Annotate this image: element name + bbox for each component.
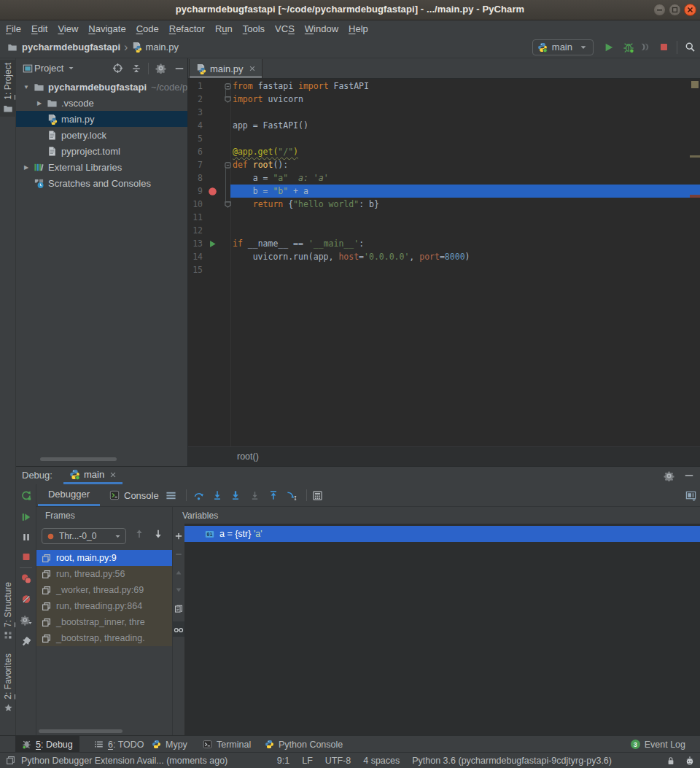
fold-marker[interactable] <box>223 93 232 106</box>
code-line-14[interactable]: 14 uvicorn.run(app, host='0.0.0.0', port… <box>188 250 700 263</box>
resume-icon[interactable] <box>21 512 31 522</box>
close-tab-icon[interactable] <box>249 65 256 72</box>
next-frame-icon[interactable] <box>153 529 163 539</box>
chevron-down-icon[interactable] <box>68 65 74 71</box>
code-line-13[interactable]: 13if __name__ == '__main__': <box>188 237 700 250</box>
tree-item-pycharmdebugfastapi[interactable]: ▼ pycharmdebugfastapi~/code/pycharmdebug… <box>16 79 187 95</box>
code-line-2[interactable]: 2import uvicorn <box>188 93 700 106</box>
menu-navigate[interactable]: Navigate <box>83 23 131 34</box>
menu-help[interactable]: Help <box>343 23 373 34</box>
thread-selector[interactable]: Thr...-0_0 <box>42 528 126 544</box>
remove-watch-icon[interactable] <box>174 550 183 559</box>
tree-item-scratches-and-consoles[interactable]: Scratches and Consoles <box>16 175 187 191</box>
code-line-15[interactable]: 15 <box>188 263 700 276</box>
menu-window[interactable]: Window <box>300 23 343 34</box>
sidebar-tab-favorites[interactable]: 2: Favorites <box>0 651 16 715</box>
tree-item-poetry-lock[interactable]: poetry.lock <box>16 127 187 143</box>
stack-frame-row[interactable]: run, thread.py:56 <box>36 566 172 582</box>
stack-frame-row[interactable]: run, threading.py:864 <box>36 598 172 614</box>
stop-button[interactable] <box>659 42 669 52</box>
fold-marker[interactable] <box>223 198 232 211</box>
step-out-icon[interactable] <box>268 484 279 506</box>
stack-frame-row[interactable]: _worker, thread.py:69 <box>36 582 172 598</box>
code-line-4[interactable]: 4app = FastAPI() <box>188 119 700 132</box>
tree-expand-arrow[interactable]: ▶ <box>20 164 32 171</box>
hide-panel-icon[interactable] <box>684 470 694 481</box>
run-to-cursor-icon[interactable] <box>287 484 298 506</box>
code-line-12[interactable]: 12 <box>188 224 700 237</box>
sidebar-tab-project[interactable]: 1: Project <box>0 60 16 117</box>
lock-icon[interactable] <box>666 756 675 765</box>
tree-item-pyproject-toml[interactable]: pyproject.toml <box>16 143 187 159</box>
indent-setting[interactable]: 4 spaces <box>363 756 400 766</box>
menu-run[interactable]: Run <box>210 23 238 34</box>
code-line-10[interactable]: 10 return {"hello world": b} <box>188 198 700 211</box>
force-step-into-icon[interactable] <box>230 484 241 506</box>
run-button[interactable] <box>604 42 614 53</box>
settings-gear-icon[interactable] <box>20 614 32 626</box>
run-configuration-select[interactable]: main <box>532 39 594 55</box>
code-line-1[interactable]: 1from fastapi import FastAPI <box>188 79 700 93</box>
line-ending[interactable]: LF <box>302 756 313 766</box>
pin-icon[interactable] <box>20 636 31 647</box>
show-watches-icon[interactable] <box>174 624 184 635</box>
collapse-all-icon[interactable] <box>131 63 141 74</box>
menu-code[interactable]: Code <box>131 23 164 34</box>
stop-icon[interactable] <box>21 552 31 562</box>
tree-item--vscode[interactable]: ▶ .vscode <box>16 95 187 111</box>
locate-file-icon[interactable] <box>112 63 123 74</box>
inspections-profile-icon[interactable] <box>685 756 695 766</box>
stack-frame-row[interactable]: _bootstrap, threading. <box>36 630 172 646</box>
tree-item-main-py[interactable]: main.py <box>16 111 187 127</box>
menu-refactor[interactable]: Refactor <box>164 23 210 34</box>
tool-window-button-6-todo[interactable]: 6: TODO <box>88 736 151 753</box>
step-over-icon[interactable] <box>193 484 204 506</box>
close-tab-icon[interactable] <box>109 471 117 478</box>
caret-position[interactable]: 9:1 <box>277 756 289 766</box>
breadcrumb-function[interactable]: root() <box>237 451 259 462</box>
code-line-6[interactable]: 6@app.get("/") <box>188 145 700 158</box>
close-button[interactable] <box>684 4 696 16</box>
menu-vcs[interactable]: VCS <box>270 23 300 34</box>
rerun-icon[interactable] <box>20 490 31 501</box>
status-message[interactable]: Python Debugger Extension Avail... (mome… <box>21 756 228 766</box>
smart-step-into-icon[interactable] <box>250 484 260 506</box>
layout-menu-icon[interactable] <box>166 484 176 506</box>
python-interpreter[interactable]: Python 3.6 (pycharmdebugfastapi-9cdjtyrg… <box>412 756 612 766</box>
fold-marker[interactable] <box>223 158 232 171</box>
restore-layout-icon[interactable] <box>685 484 696 506</box>
tool-window-switcher-icon[interactable] <box>6 756 15 765</box>
tab-debugger[interactable]: Debugger <box>38 484 100 506</box>
hide-panel-icon[interactable] <box>174 63 184 74</box>
file-encoding[interactable]: UTF-8 <box>325 756 351 766</box>
code-editor[interactable]: 1from fastapi import FastAPI2import uvic… <box>188 79 700 446</box>
view-breakpoints-icon[interactable] <box>20 573 31 584</box>
minimize-button[interactable] <box>653 4 666 16</box>
move-up-icon[interactable] <box>175 569 182 576</box>
variable-row[interactable]: 01a = {str} 'a' <box>184 526 700 542</box>
tool-window-button-mypy[interactable]: Mypy <box>145 736 194 753</box>
code-line-5[interactable]: 5 <box>188 132 700 145</box>
debug-session-tab[interactable]: main <box>63 467 122 484</box>
maximize-button[interactable] <box>669 4 681 16</box>
tool-window-button-5-debug[interactable]: 5: Debug <box>15 736 79 753</box>
debug-button[interactable] <box>623 42 634 53</box>
mute-breakpoints-icon[interactable] <box>20 594 31 605</box>
search-everywhere-icon[interactable] <box>685 42 696 53</box>
menu-tools[interactable]: Tools <box>238 23 270 34</box>
menu-view[interactable]: View <box>52 23 83 34</box>
breadcrumb-file[interactable]: main.py <box>145 42 179 53</box>
sidebar-tab-structure[interactable]: 7: Structure <box>0 579 16 643</box>
tree-expand-arrow[interactable]: ▼ <box>20 84 32 90</box>
tool-window-button-terminal[interactable]: Terminal <box>196 736 257 753</box>
project-horizontal-scrollbar[interactable] <box>40 457 117 461</box>
menu-edit[interactable]: Edit <box>26 23 52 34</box>
tool-window-button-python-console[interactable]: Python Console <box>258 736 349 753</box>
gear-icon[interactable] <box>664 470 674 481</box>
previous-frame-icon[interactable] <box>134 529 144 539</box>
tree-item-external-libraries[interactable]: ▶ External Libraries <box>16 159 187 175</box>
duplicate-watch-icon[interactable] <box>174 605 184 614</box>
stack-frame-row[interactable]: root, main.py:9 <box>36 550 172 566</box>
gear-icon[interactable] <box>155 63 166 74</box>
code-line-11[interactable]: 11 <box>188 211 700 224</box>
